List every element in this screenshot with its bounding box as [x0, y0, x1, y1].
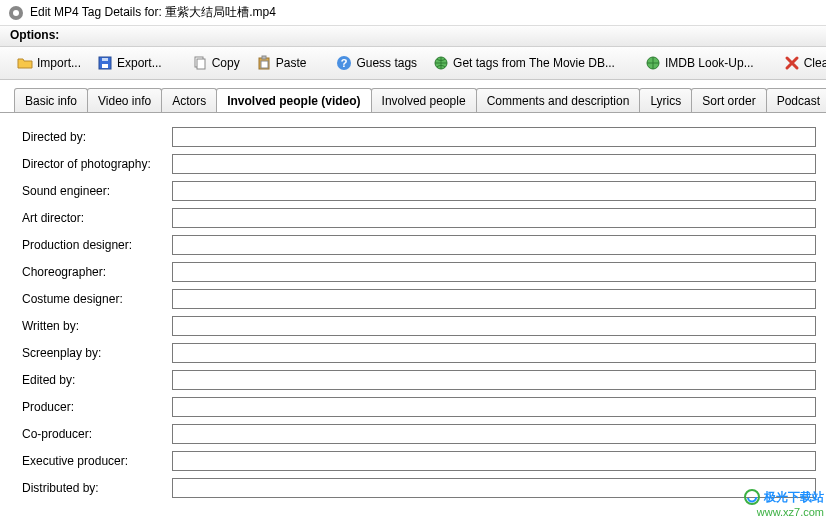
tab-involved-people[interactable]: Involved people	[371, 88, 477, 112]
guess-tags-button[interactable]: ? Guess tags	[329, 51, 424, 75]
save-icon	[97, 55, 113, 71]
tab-label: Actors	[172, 94, 206, 108]
label-costume: Costume designer:	[22, 292, 172, 306]
moviedb-label: Get tags from The Movie DB...	[453, 56, 615, 70]
label-written: Written by:	[22, 319, 172, 333]
copy-icon	[192, 55, 208, 71]
label-producer: Producer:	[22, 400, 172, 414]
toolbar: Import... Export... Copy Paste ? Guess t…	[0, 47, 826, 80]
input-coproducer[interactable]	[172, 424, 816, 444]
input-art[interactable]	[172, 208, 816, 228]
tab-video-info[interactable]: Video info	[87, 88, 162, 112]
label-choreo: Choreographer:	[22, 265, 172, 279]
app-icon	[8, 5, 24, 21]
tab-podcast[interactable]: Podcast	[766, 88, 826, 112]
globe-icon	[645, 55, 661, 71]
tab-label: Involved people	[382, 94, 466, 108]
label-sound: Sound engineer:	[22, 184, 172, 198]
title-bar: Edit MP4 Tag Details for: 重紫大结局吐槽.mp4	[0, 0, 826, 26]
imdb-button[interactable]: IMDB Look-Up...	[638, 51, 761, 75]
input-screenplay[interactable]	[172, 343, 816, 363]
tab-label: Lyrics	[650, 94, 681, 108]
input-producer[interactable]	[172, 397, 816, 417]
tab-sort-order[interactable]: Sort order	[691, 88, 766, 112]
svg-rect-9	[261, 61, 268, 68]
svg-text:?: ?	[341, 57, 348, 69]
form-panel: Directed by: Director of photography: So…	[0, 113, 826, 515]
paste-label: Paste	[276, 56, 307, 70]
export-label: Export...	[117, 56, 162, 70]
input-edited[interactable]	[172, 370, 816, 390]
svg-rect-4	[102, 58, 108, 61]
input-sound[interactable]	[172, 181, 816, 201]
input-exec[interactable]	[172, 451, 816, 471]
imdb-label: IMDB Look-Up...	[665, 56, 754, 70]
tab-label: Involved people (video)	[227, 94, 360, 108]
label-distributed: Distributed by:	[22, 481, 172, 495]
label-dop: Director of photography:	[22, 157, 172, 171]
window-title: Edit MP4 Tag Details for: 重紫大结局吐槽.mp4	[30, 4, 276, 21]
clear-button[interactable]: Clear all fields	[777, 51, 826, 75]
globe-icon	[433, 55, 449, 71]
guess-label: Guess tags	[356, 56, 417, 70]
input-prod-design[interactable]	[172, 235, 816, 255]
copy-label: Copy	[212, 56, 240, 70]
tab-lyrics[interactable]: Lyrics	[639, 88, 692, 112]
question-icon: ?	[336, 55, 352, 71]
label-exec: Executive producer:	[22, 454, 172, 468]
svg-rect-8	[262, 56, 266, 59]
label-prod-design: Production designer:	[22, 238, 172, 252]
svg-rect-3	[102, 64, 108, 68]
tab-label: Sort order	[702, 94, 755, 108]
label-screenplay: Screenplay by:	[22, 346, 172, 360]
svg-rect-6	[197, 59, 205, 69]
clear-label: Clear all fields	[804, 56, 826, 70]
copy-button[interactable]: Copy	[185, 51, 247, 75]
import-label: Import...	[37, 56, 81, 70]
label-coproducer: Co-producer:	[22, 427, 172, 441]
options-label: Options:	[0, 26, 826, 47]
folder-open-icon	[17, 55, 33, 71]
moviedb-button[interactable]: Get tags from The Movie DB...	[426, 51, 622, 75]
input-written[interactable]	[172, 316, 816, 336]
input-dop[interactable]	[172, 154, 816, 174]
delete-icon	[784, 55, 800, 71]
paste-button[interactable]: Paste	[249, 51, 314, 75]
tab-label: Comments and description	[487, 94, 630, 108]
input-distributed[interactable]	[172, 478, 816, 498]
tab-comments[interactable]: Comments and description	[476, 88, 641, 112]
label-art: Art director:	[22, 211, 172, 225]
svg-point-1	[13, 10, 19, 16]
tab-basic-info[interactable]: Basic info	[14, 88, 88, 112]
tab-label: Basic info	[25, 94, 77, 108]
tab-actors[interactable]: Actors	[161, 88, 217, 112]
paste-icon	[256, 55, 272, 71]
tab-involved-people-video[interactable]: Involved people (video)	[216, 88, 371, 112]
tab-label: Podcast	[777, 94, 820, 108]
label-edited: Edited by:	[22, 373, 172, 387]
label-directed-by: Directed by:	[22, 130, 172, 144]
export-button[interactable]: Export...	[90, 51, 169, 75]
tabs-bar: Basic info Video info Actors Involved pe…	[0, 80, 826, 113]
input-directed-by[interactable]	[172, 127, 816, 147]
tab-label: Video info	[98, 94, 151, 108]
input-costume[interactable]	[172, 289, 816, 309]
import-button[interactable]: Import...	[10, 51, 88, 75]
input-choreo[interactable]	[172, 262, 816, 282]
